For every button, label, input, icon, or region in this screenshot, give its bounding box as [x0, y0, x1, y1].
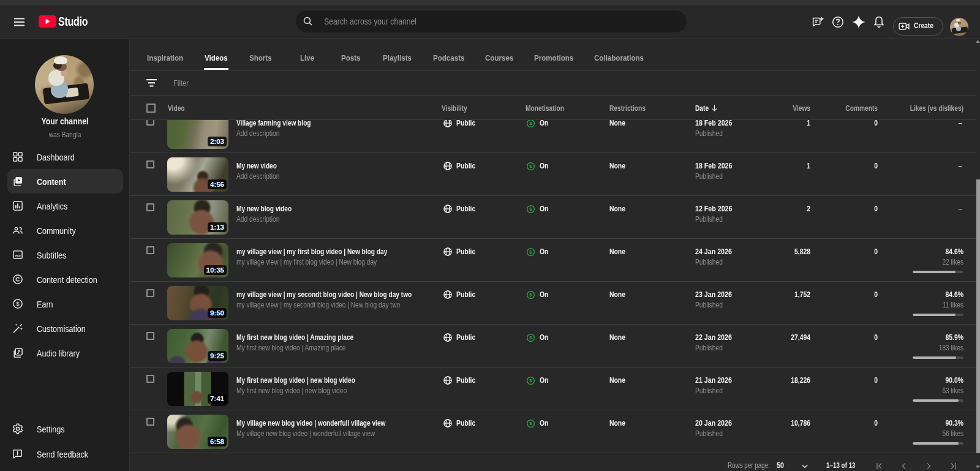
svg-text:$: $: [17, 301, 20, 307]
svg-text:$: $: [529, 421, 532, 426]
svg-text:$: $: [529, 249, 532, 255]
svg-text:$: $: [529, 335, 532, 341]
svg-text:$: $: [529, 292, 532, 298]
svg-text:$: $: [529, 121, 532, 126]
svg-text:$: $: [529, 206, 532, 212]
svg-text:$: $: [529, 164, 532, 169]
svg-text:$: $: [529, 378, 532, 383]
